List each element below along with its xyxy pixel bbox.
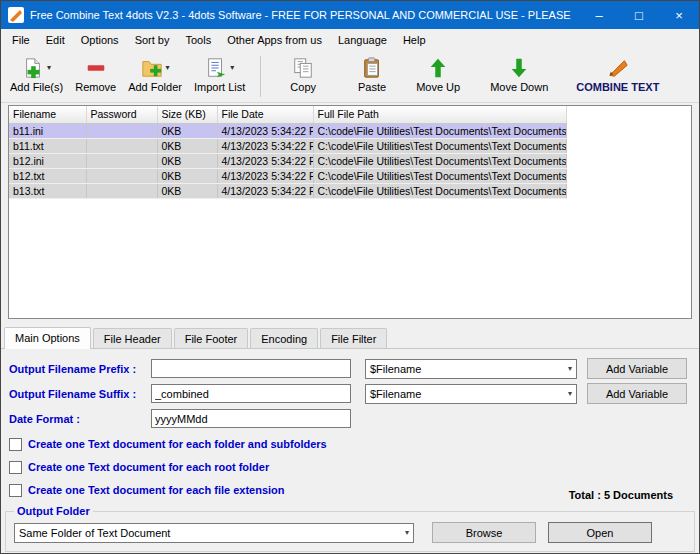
dropdown-arrow-icon[interactable]: ▾ (230, 63, 234, 72)
menu-bar: FileEditOptionsSort byToolsOther Apps fr… (1, 29, 699, 51)
chevron-down-icon: ▾ (568, 389, 572, 398)
tab-file-filter[interactable]: File Filter (320, 328, 387, 348)
output-folder-legend: Output Folder (14, 505, 93, 517)
toolbar-button-label: Move Down (490, 81, 548, 93)
column-header-size-kb[interactable]: Size (KB) (157, 106, 217, 123)
add-folder-button[interactable]: ▾Add Folder (123, 53, 187, 100)
table-cell: C:\code\File Utilities\Test Documents\Te… (313, 153, 566, 168)
app-window: Free Combine Text 4dots V2.3 - 4dots Sof… (0, 0, 700, 554)
table-cell: 0KB (157, 183, 217, 198)
menu-item-options[interactable]: Options (73, 31, 127, 49)
output-folder-group: Output Folder Same Folder of Text Docume… (5, 505, 695, 552)
move-down-button[interactable]: Move Down (485, 53, 553, 100)
open-button[interactable]: Open (548, 522, 652, 543)
combine-text-icon (607, 57, 629, 79)
toolbar-separator (260, 56, 261, 97)
table-row[interactable]: b11.ini0KB4/13/2023 5:34:22 PMC:\code\Fi… (9, 123, 566, 138)
column-header-file-date[interactable]: File Date (217, 106, 313, 123)
checkbox-row-create-one-text-document-for-each-root-f[interactable]: Create one Text document for each root f… (9, 459, 691, 475)
table-cell: 0KB (157, 123, 217, 138)
combine-text-button[interactable]: COMBINE TEXT (571, 53, 664, 100)
add-variable-button-suffix[interactable]: Add Variable (587, 383, 687, 404)
column-header-full-file-path[interactable]: Full File Path (313, 106, 566, 123)
checkbox[interactable] (9, 461, 22, 474)
output-folder-select[interactable]: Same Folder of Text Document ▾ (14, 523, 414, 543)
toolbar-button-label: Move Up (416, 81, 460, 93)
close-button[interactable]: × (659, 1, 699, 29)
window-title: Free Combine Text 4dots V2.3 - 4dots Sof… (30, 9, 573, 21)
paste-button[interactable]: Paste (353, 53, 391, 100)
move-up-icon (427, 57, 449, 79)
table-row[interactable]: b12.ini0KB4/13/2023 5:34:22 PMC:\code\Fi… (9, 153, 566, 168)
toolbar-button-label: Add File(s) (10, 81, 63, 93)
table-cell: 0KB (157, 168, 217, 183)
menu-item-help[interactable]: Help (395, 31, 434, 49)
file-list[interactable]: FilenamePasswordSize (KB)File DateFull F… (8, 105, 692, 319)
file-table: FilenamePasswordSize (KB)File DateFull F… (9, 106, 567, 199)
toolbar-button-label: Add Folder (128, 81, 182, 93)
table-cell: b11.ini (9, 123, 86, 138)
toolbar-button-icon-area (508, 55, 530, 80)
menu-item-file[interactable]: File (4, 31, 38, 49)
add-variable-button-prefix[interactable]: Add Variable (587, 358, 687, 379)
menu-item-sort-by[interactable]: Sort by (127, 31, 178, 49)
copy-button[interactable]: Copy (285, 53, 321, 100)
table-cell (86, 153, 157, 168)
window-controls: – □ × (579, 1, 699, 29)
tab-encoding[interactable]: Encoding (250, 328, 318, 348)
remove-icon (85, 57, 107, 79)
remove-button[interactable]: Remove (70, 53, 121, 100)
combo-value: $Filename (370, 363, 421, 375)
maximize-button[interactable]: □ (619, 1, 659, 29)
menu-item-other-apps-from-us[interactable]: Other Apps from us (219, 31, 330, 49)
table-cell: b11.txt (9, 138, 86, 153)
menu-item-edit[interactable]: Edit (38, 31, 73, 49)
tab-file-header[interactable]: File Header (93, 328, 172, 348)
toolbar-button-label: Paste (358, 81, 386, 93)
checkbox-row-create-one-text-document-for-each-folder[interactable]: Create one Text document for each folder… (9, 436, 691, 452)
tab-main-options[interactable]: Main Options (4, 327, 91, 349)
add-file-s-button[interactable]: ▾Add File(s) (5, 53, 68, 100)
checkbox[interactable] (9, 484, 22, 497)
prefix-input[interactable] (151, 359, 351, 378)
browse-button[interactable]: Browse (432, 522, 536, 543)
prefix-label: Output Filename Prefix : (9, 363, 151, 375)
menu-item-language[interactable]: Language (330, 31, 395, 49)
table-cell: 4/13/2023 5:34:22 PM (217, 153, 313, 168)
toolbar-button-icon-area: ▾ (205, 55, 234, 80)
table-cell: 0KB (157, 138, 217, 153)
table-cell: 4/13/2023 5:34:22 PM (217, 138, 313, 153)
minimize-button[interactable]: – (579, 1, 619, 29)
import-list-icon (205, 57, 227, 79)
table-cell: b12.ini (9, 153, 86, 168)
checkbox-label: Create one Text document for each root f… (28, 461, 269, 473)
table-cell: b13.txt (9, 183, 86, 198)
move-up-button[interactable]: Move Up (411, 53, 465, 100)
move-down-icon (508, 57, 530, 79)
table-cell (86, 138, 157, 153)
chevron-down-icon: ▾ (405, 528, 409, 537)
suffix-input[interactable] (151, 384, 351, 403)
menu-item-tools[interactable]: Tools (177, 31, 219, 49)
checkbox-label: Create one Text document for each file e… (28, 484, 285, 496)
suffix-variable-select[interactable]: $Filename ▾ (365, 384, 577, 404)
checkbox[interactable] (9, 438, 22, 451)
date-format-input[interactable] (151, 409, 351, 428)
prefix-variable-select[interactable]: $Filename ▾ (365, 359, 577, 379)
column-header-password[interactable]: Password (86, 106, 157, 123)
import-list-button[interactable]: ▾Import List (189, 53, 250, 100)
table-row[interactable]: b13.txt0KB4/13/2023 5:34:22 PMC:\code\Fi… (9, 183, 566, 198)
table-cell: C:\code\File Utilities\Test Documents\Te… (313, 138, 566, 153)
add-folder-icon (141, 57, 163, 79)
tab-file-footer[interactable]: File Footer (174, 328, 249, 348)
dropdown-arrow-icon[interactable]: ▾ (166, 63, 170, 72)
column-header-filename[interactable]: Filename (9, 106, 86, 123)
dropdown-arrow-icon[interactable]: ▾ (47, 63, 51, 72)
table-row[interactable]: b12.txt0KB4/13/2023 5:34:22 PMC:\code\Fi… (9, 168, 566, 183)
add-file-icon (22, 57, 44, 79)
table-cell: C:\code\File Utilities\Test Documents\Te… (313, 183, 566, 198)
table-cell: b12.txt (9, 168, 86, 183)
toolbar-button-icon-area (607, 55, 629, 80)
table-row[interactable]: b11.txt0KB4/13/2023 5:34:22 PMC:\code\Fi… (9, 138, 566, 153)
table-cell: 4/13/2023 5:34:22 PM (217, 183, 313, 198)
